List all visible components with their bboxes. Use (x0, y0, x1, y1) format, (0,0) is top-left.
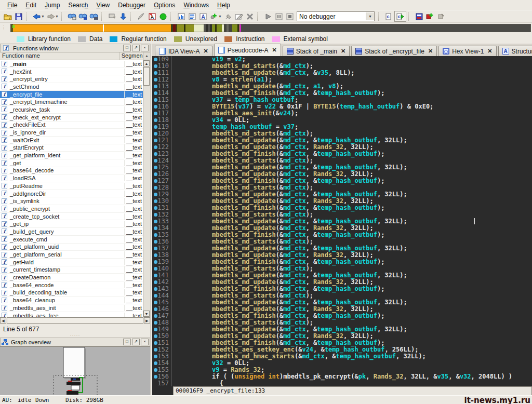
open-names-icon[interactable] (187, 11, 197, 21)
code-line[interactable]: 111mbedtls_md_update(&md_ctx, &v35, 8LL)… (152, 70, 532, 76)
float-window-icon[interactable]: ↗ (132, 45, 140, 51)
function-row[interactable]: f_waitOrExit__text (0, 137, 143, 144)
line-marker-dot-icon[interactable] (154, 186, 157, 190)
function-row[interactable]: f_base64_encode__text (0, 281, 143, 289)
line-marker-dot-icon[interactable] (154, 172, 157, 176)
print-icon[interactable] (107, 11, 117, 21)
code-line[interactable]: 156if ( (unsigned int)mbedtls_pk_encrypt… (152, 373, 532, 380)
sign-quill-icon[interactable] (136, 11, 147, 21)
line-marker-dot-icon[interactable] (154, 253, 157, 257)
tab-close-icon[interactable]: ✕ (341, 48, 345, 55)
tab-close-icon[interactable]: ✕ (487, 48, 492, 55)
menu-jump[interactable]: Jump (41, 1, 64, 10)
line-marker-dot-icon[interactable] (154, 301, 157, 304)
sort-arrow-icon[interactable]: ▲ (143, 52, 150, 60)
line-marker-dot-icon[interactable] (154, 307, 157, 311)
function-row[interactable]: f_get_platform_ident__text (0, 152, 143, 159)
step-source-icon[interactable]: c (383, 11, 394, 21)
function-row[interactable]: f_getHwid__text (0, 259, 143, 266)
functions-column-header[interactable]: Function name Segmen ▲ (0, 52, 150, 60)
disable-breakpoint-icon[interactable] (435, 11, 446, 21)
column-function-name[interactable]: Function name (0, 52, 120, 60)
line-marker-dot-icon[interactable] (154, 125, 157, 129)
function-row[interactable]: f_get_platform_uuid__text (0, 244, 143, 251)
code-line[interactable]: 117mbedtls_aes_init(&v24); (152, 110, 532, 117)
line-marker-dot-icon[interactable] (154, 220, 157, 223)
mark-position-icon[interactable]: A (147, 11, 157, 21)
debug-stop-icon[interactable] (284, 11, 295, 21)
line-marker-dot-icon[interactable] (154, 321, 157, 325)
line-gutter[interactable]: 157 (152, 380, 171, 386)
debugger-select[interactable]: No debugger ▼ (297, 11, 375, 21)
line-marker-dot-icon[interactable] (154, 361, 157, 365)
graph-overview-titlebar[interactable]: Graph overview □ ↗ × (0, 338, 150, 346)
code-line[interactable]: 154v32 = 0LL; (152, 360, 532, 367)
tab-stack-of-_main[interactable]: Stack of _main✕ (283, 46, 350, 56)
function-row[interactable]: f_get__text (0, 159, 143, 167)
function-row[interactable]: f_main__text (0, 60, 143, 68)
line-marker-dot-icon[interactable] (154, 105, 157, 109)
search-text-icon[interactable] (66, 11, 77, 21)
debug-run-icon[interactable] (262, 11, 273, 21)
add-breakpoint-icon[interactable] (424, 11, 435, 21)
menu-options[interactable]: Options (150, 1, 179, 10)
function-row[interactable]: f_is_ignore_dir__text (0, 129, 143, 137)
function-row[interactable]: f_addIgnoreDir__text (0, 190, 143, 198)
scroll-right-icon[interactable]: ▶ (144, 317, 150, 324)
scroll-left-icon[interactable]: ◀ (0, 317, 6, 324)
function-row[interactable]: f_base64_cleanup__text (0, 297, 143, 304)
menu-debugger[interactable]: Debugger (114, 1, 150, 10)
function-row[interactable]: f_check_ext_encrypt__text (0, 114, 143, 122)
function-row[interactable]: f_public_encrypt__text (0, 205, 143, 213)
line-marker-dot-icon[interactable] (154, 58, 157, 61)
scrollbar-thumb[interactable] (7, 317, 143, 324)
code-line[interactable]: 118v34 = 0LL; (152, 117, 532, 124)
search-next-icon[interactable] (77, 11, 88, 21)
line-marker-dot-icon[interactable] (154, 226, 157, 230)
scrollbar-thumb[interactable] (143, 67, 150, 86)
line-marker-dot-icon[interactable] (154, 348, 157, 352)
line-marker-dot-icon[interactable] (154, 213, 157, 217)
delete-icon[interactable] (244, 11, 255, 21)
menu-windows[interactable]: Windows (179, 1, 213, 10)
function-row[interactable]: f_build_decoding_table__text (0, 289, 143, 297)
column-segment[interactable]: Segmen (120, 52, 143, 60)
code-line[interactable]: 139mbedtls_md_finish(&md_ctx, &temp_hash… (152, 259, 532, 265)
line-marker-dot-icon[interactable] (154, 139, 157, 142)
line-marker-dot-icon[interactable] (154, 233, 157, 237)
function-row[interactable]: f_mbedtls_aes_free__text (0, 312, 143, 317)
line-marker-dot-icon[interactable] (154, 91, 157, 95)
code-line[interactable]: 109v19 = v2; (152, 56, 532, 63)
tab-hex-view-1[interactable]: Hex View-1✕ (438, 46, 496, 56)
close-window-icon[interactable]: × (141, 45, 149, 51)
line-marker-dot-icon[interactable] (154, 112, 157, 115)
line-marker-empty[interactable] (154, 382, 157, 385)
function-row[interactable]: f_encrypt_file__text (0, 91, 143, 99)
line-marker-dot-icon[interactable] (154, 280, 157, 284)
code-line[interactable]: 114mbedtls_md_finish(&md_ctx, &temp_hash… (152, 90, 532, 97)
function-row[interactable]: f_get_platform_serial__text (0, 251, 143, 259)
code-line[interactable]: 157 { (152, 380, 532, 386)
jump-back-icon[interactable] (31, 11, 42, 21)
line-marker-dot-icon[interactable] (154, 328, 157, 331)
function-row[interactable]: f_build_get_query__text (0, 228, 143, 236)
scroll-up-icon[interactable]: ▲ (143, 60, 150, 66)
edit-box-icon[interactable] (233, 11, 244, 21)
line-marker-dot-icon[interactable] (154, 78, 157, 82)
line-marker-dot-icon[interactable] (154, 294, 157, 298)
function-row[interactable]: f_encrypt_timemachine__text (0, 98, 143, 106)
line-marker-dot-icon[interactable] (154, 118, 157, 122)
breakpoint-list-icon[interactable] (414, 11, 424, 21)
function-row[interactable]: f_createDaemon__text (0, 274, 143, 281)
step-pseudocode-icon[interactable]: c (394, 11, 406, 22)
restore-window-icon[interactable]: □ (123, 339, 131, 345)
jump-address-icon[interactable] (117, 11, 128, 21)
code-line[interactable]: 119temp_hash_outbuf = v37; (152, 124, 532, 130)
line-marker-dot-icon[interactable] (154, 152, 157, 156)
line-marker-dot-icon[interactable] (154, 375, 157, 379)
function-row[interactable]: f_loadRSA__text (0, 174, 143, 182)
function-row[interactable]: f_execute_cmd__text (0, 236, 143, 244)
function-row[interactable]: f_mbedtls_aes_init__text (0, 304, 143, 312)
tab-structures[interactable]: AStructures✕ (498, 46, 532, 56)
function-row[interactable]: f_putReadme__text (0, 182, 143, 190)
